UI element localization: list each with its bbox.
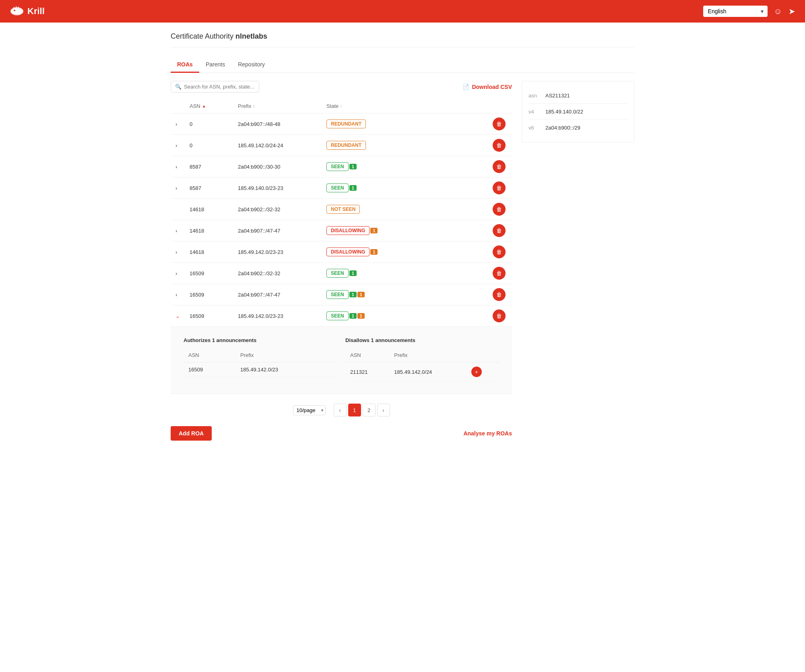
prefix-cell: 2a04:b907::/47-47 [233,220,322,241]
user-icon[interactable]: ☺ [774,7,782,16]
state-cell: DISALLOWING1 [322,241,488,263]
state-badge: SEEN [326,183,349,192]
dis-asn: 211321 [345,363,389,381]
table-row: › 0 2a04:b907::/48-48 REDUNDANT 🗑 [171,113,512,135]
disallows-section: Disallows 1 announcements ASN Prefix [345,337,499,381]
count-badge: 1 [349,292,357,297]
info-value-v6: 2a04:b900::/29 [545,125,580,131]
search-input[interactable] [184,84,255,90]
state-cell: SEEN1 [322,156,488,177]
expanded-detail-row: Authorizes 1 announcements ASN Prefix [171,327,512,394]
auth-asn: 16509 [184,363,235,377]
per-page-wrapper[interactable]: 5/page 10/page 20/page 50/page [293,405,326,415]
prefix-cell: 2a04:b902::/32-32 [233,263,322,284]
expand-cell[interactable]: › [171,177,185,199]
chevron-right-icon[interactable]: › [175,249,177,255]
right-panel: asn AS211321 v4 185.49.140.0/22 v6 2a04:… [522,81,634,441]
delete-button[interactable]: 🗑 [493,181,506,194]
expand-cell[interactable]: › [171,284,185,305]
chevron-right-icon[interactable]: › [175,228,177,234]
chevron-right-icon[interactable]: › [175,292,177,298]
svg-point-1 [14,10,15,11]
page-2-button[interactable]: 2 [363,404,376,416]
expanded-content: Authorizes 1 announcements ASN Prefix [175,331,507,390]
info-row-v4: v4 185.49.140.0/22 [528,104,627,120]
per-page-select[interactable]: 5/page 10/page 20/page 50/page [293,405,326,415]
download-csv-button[interactable]: 📄 Download CSV [462,84,512,90]
info-value-v4: 185.49.140.0/22 [545,109,583,115]
expand-cell[interactable]: › [171,135,185,156]
chevron-right-icon[interactable]: › [175,121,177,127]
tab-repository[interactable]: Repository [231,57,271,73]
action-cell: 🗑 [488,241,512,263]
logout-icon[interactable]: ➤ [788,6,795,16]
state-badge: DISALLOWING [326,226,369,235]
expand-cell[interactable]: › [171,156,185,177]
chevron-right-icon[interactable]: › [175,164,177,170]
add-roa-inline-button[interactable]: + [471,367,482,377]
tab-roas[interactable]: ROAs [171,57,199,73]
state-badge: NOT SEEN [326,205,360,214]
delete-button[interactable]: 🗑 [493,245,506,258]
expand-cell[interactable]: › [171,113,185,135]
delete-button[interactable]: 🗑 [493,309,506,322]
auth-asn-header: ASN [184,348,235,363]
count-badge: 1 [370,228,378,233]
delete-button[interactable]: 🗑 [493,117,506,130]
analyse-roas-button[interactable]: Analyse my ROAs [463,430,512,437]
state-badge: SEEN [326,311,349,320]
expand-cell [171,199,185,220]
state-cell: SEEN11 [322,284,488,305]
language-selector[interactable]: English Deutsch Nederlands [703,6,768,17]
next-page-button[interactable]: › [377,404,390,416]
state-cell: NOT SEEN [322,199,488,220]
count-badge: 1 [349,164,357,169]
expanded-grid: Authorizes 1 announcements ASN Prefix [184,337,499,381]
tab-parents[interactable]: Parents [199,57,231,73]
state-sort[interactable]: State ↕ [326,103,342,109]
chevron-right-icon[interactable]: › [175,185,177,191]
dis-action: + [466,363,499,381]
delete-button[interactable]: 🗑 [493,160,506,173]
expanded-detail-cell: Authorizes 1 announcements ASN Prefix [171,327,512,394]
delete-button[interactable]: 🗑 [493,267,506,280]
dis-prefix: 185.49.142.0/24 [389,363,466,381]
chevron-right-icon[interactable]: › [175,270,177,276]
state-badge: SEEN [326,162,349,171]
authorizes-section: Authorizes 1 announcements ASN Prefix [184,337,337,381]
asn-sort-icon: ▲ [202,104,206,108]
action-cell: 🗑 [488,199,512,220]
delete-button[interactable]: 🗑 [493,139,506,152]
expand-cell[interactable]: › [171,220,185,241]
dis-action-header [466,348,499,363]
table-row: › 8587 2a04:b900::/30-30 SEEN1 🗑 [171,156,512,177]
expand-cell[interactable]: › [171,263,185,284]
search-icon: 🔍 [175,84,182,90]
prefix-cell: 2a04:b907::/47-47 [233,284,322,305]
authorizes-heading: Authorizes 1 announcements [184,337,337,343]
language-select[interactable]: English Deutsch Nederlands [703,6,768,17]
prev-page-button[interactable]: ‹ [334,404,347,416]
delete-button[interactable]: 🗑 [493,288,506,301]
expand-cell[interactable]: ⌄ [171,305,185,327]
state-badge: SEEN [326,269,349,278]
asn-sort[interactable]: ASN ▲ [190,103,206,109]
delete-button[interactable]: 🗑 [493,224,506,237]
state-cell: SEEN11 [322,305,488,327]
expand-cell[interactable]: › [171,241,185,263]
chevron-down-icon[interactable]: ⌄ [175,313,180,319]
delete-button[interactable]: 🗑 [493,203,506,216]
asn-cell: 14618 [185,241,233,263]
tab-bar: ROAs Parents Repository [171,57,634,73]
search-box[interactable]: 🔍 [171,81,259,93]
asn-cell: 14618 [185,220,233,241]
asn-cell: 14618 [185,199,233,220]
state-badge: SEEN [326,290,349,299]
page-1-button[interactable]: 1 [348,404,361,416]
prefix-cell: 185.49.142.0/23-23 [233,305,322,327]
chevron-right-icon[interactable]: › [175,142,177,148]
table-row: › 14618 2a04:b907::/47-47 DISALLOWING1 🗑 [171,220,512,241]
prefix-sort[interactable]: Prefix ↕ [238,103,255,109]
toolbar: 🔍 📄 Download CSV [171,81,512,93]
add-roa-button[interactable]: Add ROA [171,426,212,441]
